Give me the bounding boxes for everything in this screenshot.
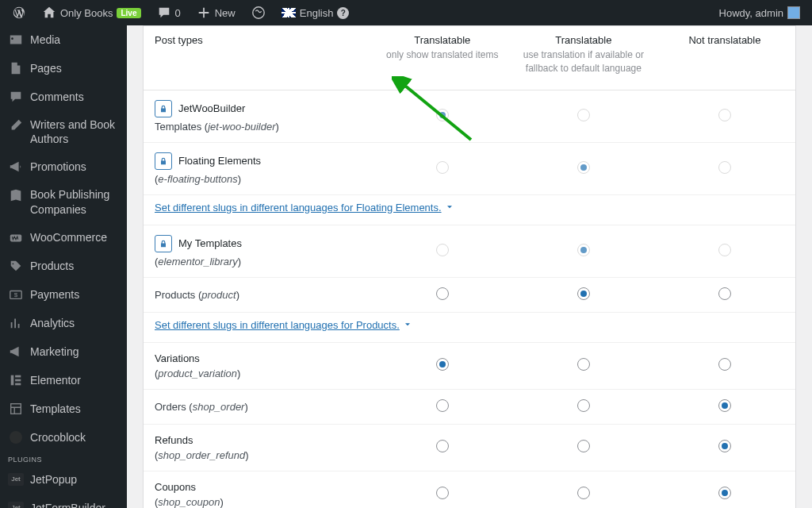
sidebar-item-label: Book Publishing Companies — [30, 187, 119, 216]
table-header: Post types Translatable only show transl… — [144, 26, 795, 90]
th-not-translatable: Not translatable — [662, 34, 787, 46]
set-slug-link[interactable]: Set different slugs in different languag… — [155, 319, 412, 331]
post-types-table: Post types Translatable only show transl… — [143, 25, 796, 508]
translation-radio[interactable] — [718, 440, 731, 452]
translation-radio — [718, 161, 731, 174]
svg-rect-4 — [11, 375, 14, 385]
translation-radio[interactable] — [577, 399, 590, 412]
table-row: Coupons(shop_coupon) — [144, 471, 795, 508]
crocoblock-icon — [8, 429, 24, 445]
translation-radio[interactable] — [718, 358, 731, 371]
translation-radio[interactable] — [718, 487, 731, 499]
post-type-slug: (e-floating-buttons) — [155, 173, 361, 185]
sidebar-item-jetformbuilder[interactable]: JetJetFormBuilder — [0, 494, 127, 508]
sidebar-item-media[interactable]: Media — [0, 25, 127, 54]
media-icon — [8, 32, 24, 48]
sidebar-item-comments[interactable]: Comments — [0, 83, 127, 111]
th-translatable-fallback-sub: use translation if available or fallback… — [521, 48, 646, 75]
wordpress-icon — [12, 6, 26, 20]
post-type-slug: (shop_coupon) — [155, 496, 361, 508]
svg-rect-5 — [15, 375, 21, 377]
sidebar-item-promotions[interactable]: Promotions — [0, 152, 127, 181]
sidebar-item-payments[interactable]: $Payments — [0, 280, 127, 309]
jetformbuilder-icon: Jet — [8, 500, 24, 508]
translation-radio[interactable] — [577, 487, 590, 499]
sidebar-item-label: Analytics — [30, 317, 75, 329]
translation-radio — [718, 109, 731, 121]
sidebar-item-label: JetPopup — [30, 473, 77, 486]
translation-radio[interactable] — [577, 358, 590, 371]
translation-radio — [436, 161, 449, 174]
sidebar-item-pages[interactable]: Pages — [0, 54, 127, 83]
sidebar-item-label: Pages — [30, 62, 62, 75]
comments-count: 0 — [175, 7, 181, 19]
post-type-name: Coupons — [155, 481, 361, 493]
sidebar-item-label: Media — [30, 33, 60, 46]
language-switcher[interactable]: English ? — [276, 0, 355, 25]
site-name-link[interactable]: Only Books Live — [36, 0, 147, 25]
sidebar-item-label: Products — [30, 260, 74, 272]
sidebar-item-templates[interactable]: Templates — [0, 394, 127, 423]
table-row: Variations(product_variation) — [144, 343, 795, 390]
new-label: New — [215, 7, 236, 19]
howdy-text: Howdy, admin — [719, 7, 783, 19]
svg-rect-7 — [15, 383, 21, 385]
new-content-link[interactable]: New — [191, 0, 241, 25]
table-row: My Templates(elementor_library) — [144, 225, 795, 278]
table-row: Orders (shop_order) — [144, 390, 795, 425]
sidebar-item-analytics[interactable]: Analytics — [0, 309, 127, 337]
table-row: Products (product) — [144, 278, 795, 313]
uk-flag-icon — [282, 8, 296, 17]
sidebar-item-elementor[interactable]: Elementor — [0, 366, 127, 394]
translation-radio[interactable] — [436, 487, 449, 499]
post-type-slug: Orders (shop_order) — [155, 401, 361, 413]
wpml-link[interactable] — [246, 0, 271, 25]
sidebar-item-marketing[interactable]: Marketing — [0, 337, 127, 366]
translation-radio[interactable] — [718, 399, 731, 412]
table-row: JetWooBuilderTemplates (jet-woo-builder) — [144, 90, 795, 143]
table-row: Refunds(shop_order_refund) — [144, 425, 795, 471]
help-icon: ? — [337, 7, 349, 19]
pages-icon — [8, 60, 24, 76]
translation-radio — [577, 244, 590, 256]
chevron-down-icon — [403, 320, 412, 329]
translation-radio — [718, 244, 731, 256]
sidebar-item-jetpopup[interactable]: JetJetPopup — [0, 465, 127, 494]
translation-radio[interactable] — [436, 399, 449, 412]
translation-radio[interactable] — [436, 440, 449, 452]
post-type-slug: (shop_order_refund) — [155, 449, 361, 461]
translation-radio — [436, 244, 449, 256]
lock-icon — [155, 100, 172, 117]
plus-icon — [197, 6, 211, 20]
translation-radio[interactable] — [718, 287, 731, 300]
account-link[interactable]: Howdy, admin — [714, 0, 806, 25]
comments-link[interactable]: 0 — [151, 0, 186, 25]
svg-rect-8 — [11, 403, 21, 414]
set-slug-link[interactable]: Set different slugs in different languag… — [155, 202, 454, 214]
th-translatable-fallback: Translatable — [521, 34, 646, 46]
slug-link-row: Set different slugs in different languag… — [144, 195, 795, 225]
sidebar-item-bookpub[interactable]: Book Publishing Companies — [0, 181, 127, 222]
wp-logo[interactable] — [6, 0, 32, 25]
sidebar-item-label: Writers and Book Authors — [30, 117, 119, 146]
language-label: English — [300, 7, 334, 19]
lock-icon — [155, 152, 172, 170]
translation-radio[interactable] — [436, 287, 449, 300]
site-title: Only Books — [60, 7, 113, 19]
payments-icon: $ — [8, 287, 24, 302]
live-badge: Live — [117, 8, 140, 18]
sidebar-item-crocoblock[interactable]: Crocoblock — [0, 423, 127, 452]
post-type-slug: (product_variation) — [155, 368, 361, 379]
post-type-name: My Templates — [155, 235, 361, 252]
products-icon — [8, 258, 24, 274]
sidebar-item-label: Elementor — [30, 374, 81, 387]
translation-radio[interactable] — [577, 287, 590, 300]
sidebar-item-writers[interactable]: Writers and Book Authors — [0, 111, 127, 152]
sidebar-item-products[interactable]: Products — [0, 252, 127, 280]
svg-point-0 — [253, 7, 264, 18]
translation-radio[interactable] — [436, 358, 449, 371]
translation-radio[interactable] — [577, 440, 590, 452]
post-type-name: JetWooBuilder — [155, 100, 361, 117]
sidebar-item-woocommerce[interactable]: WooCommerce — [0, 223, 127, 252]
translation-radio — [577, 161, 590, 174]
